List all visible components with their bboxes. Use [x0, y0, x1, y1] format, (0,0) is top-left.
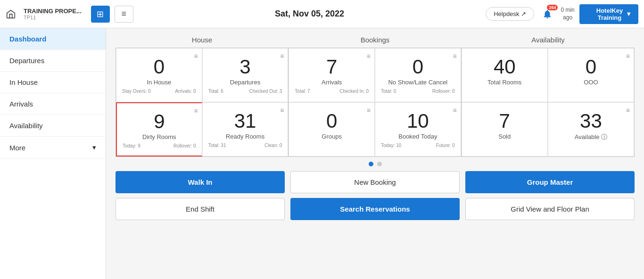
filter-icon[interactable]: ≡	[367, 107, 371, 114]
ready-rooms-sub: Total: 31 Clean: 0	[208, 143, 282, 148]
sidebar: Dashboard Departures In House Arrivals A…	[0, 28, 106, 279]
end-shift-button[interactable]: End Shift	[116, 198, 285, 220]
filter-icon[interactable]: ≡	[194, 107, 198, 115]
no-show-number: 0	[413, 56, 423, 78]
arrivals-label: Arrivals	[322, 79, 342, 86]
external-link-icon: ↗	[521, 10, 526, 17]
hamburger-icon: ≡	[122, 9, 127, 19]
grid-view-button[interactable]: ⊞	[91, 6, 110, 23]
home-icon	[6, 9, 16, 19]
property-name: TRAINING PROPE...	[24, 8, 82, 15]
chevron-down-icon: ▾	[92, 143, 96, 152]
filter-icon[interactable]: ≡	[626, 107, 630, 114]
pagination-dots	[116, 162, 635, 166]
page-dot-1[interactable]	[369, 162, 373, 166]
sidebar-item-departures[interactable]: Departures	[0, 50, 106, 72]
departures-card[interactable]: ≡ 3 Departures Total: 6 Checked Out: 3	[202, 48, 289, 102]
groups-label: Groups	[322, 133, 342, 140]
dashboard-content: House Bookings Availability ≡ 0 In House…	[106, 28, 644, 279]
sold-label: Sold	[498, 133, 511, 140]
availability-group: 40 Total Rooms ≡ 0 OOO 7 Sold ≡ 33	[462, 48, 634, 156]
total-rooms-label: Total Rooms	[487, 79, 521, 86]
filter-icon[interactable]: ≡	[453, 107, 456, 114]
booked-today-number: 10	[407, 110, 429, 132]
no-show-sub: Total: 0 Rollover: 0	[381, 89, 455, 94]
sold-number: 7	[499, 110, 510, 132]
availability-section-header: Availability	[462, 36, 635, 44]
in-house-card[interactable]: ≡ 0 In House Stay Overs: 0 Arrivals: 0	[116, 48, 202, 102]
property-code: TP11	[24, 15, 36, 20]
action-buttons-row1: Walk In New Booking Group Master	[116, 171, 635, 193]
groups-number: 0	[326, 110, 337, 132]
departures-sub: Total: 6 Checked Out: 3	[208, 89, 282, 94]
arrivals-card[interactable]: ≡ 7 Arrivals Total: 7 Checked In: 0	[289, 48, 375, 102]
last-sync-time: 0 minago	[561, 7, 574, 21]
arrivals-sub: Total: 7 Checked In: 0	[295, 89, 369, 94]
walk-in-button[interactable]: Walk In	[116, 171, 285, 193]
helpdesk-label: Helpdesk	[494, 10, 519, 17]
user-profile-button[interactable]: 👤 HotelKeyTraining ▼	[579, 4, 638, 24]
sidebar-item-more[interactable]: More ▾	[0, 137, 106, 159]
ooo-number: 0	[586, 56, 596, 78]
page-dot-2[interactable]	[377, 162, 382, 166]
filter-icon[interactable]: ≡	[453, 52, 456, 60]
ready-rooms-card[interactable]: ≡ 31 Ready Rooms Total: 31 Clean: 0	[202, 102, 289, 156]
sidebar-item-inhouse[interactable]: In House	[0, 72, 106, 93]
dirty-rooms-card[interactable]: ≡ 9 Dirty Rooms Today: 9 Rollover: 0	[116, 102, 202, 156]
sold-card[interactable]: 7 Sold	[462, 102, 548, 156]
grid-icon: ⊞	[97, 9, 104, 19]
booked-today-card[interactable]: ≡ 10 Booked Today Today: 10 Future: 0	[375, 102, 461, 156]
chevron-down-icon: ▼	[626, 10, 632, 17]
departures-label: Departures	[230, 79, 260, 86]
total-rooms-card[interactable]: 40 Total Rooms	[462, 48, 548, 102]
ready-rooms-number: 31	[234, 110, 256, 132]
sidebar-item-availability[interactable]: Availability	[0, 115, 106, 137]
departures-number: 3	[239, 56, 250, 78]
available-label: Available ⓘ	[575, 133, 607, 141]
no-show-card[interactable]: ≡ 0 No Show/Late Cancel Total: 0 Rollove…	[375, 48, 461, 102]
available-number: 33	[580, 110, 602, 132]
total-rooms-number: 40	[494, 56, 516, 78]
user-name: HotelKeyTraining	[596, 7, 623, 21]
grid-view-floor-plan-button[interactable]: Grid View and Floor Plan	[465, 198, 635, 220]
available-card[interactable]: ≡ 33 Available ⓘ	[548, 102, 634, 156]
filter-icon[interactable]: ≡	[280, 107, 284, 114]
group-master-button[interactable]: Group Master	[465, 171, 635, 193]
section-headers: House Bookings Availability	[116, 36, 635, 44]
filter-icon[interactable]: ≡	[194, 52, 198, 60]
dirty-rooms-sub: Today: 9 Rollover: 0	[123, 143, 196, 148]
dirty-rooms-number: 9	[154, 111, 165, 132]
ooo-label: OOO	[584, 79, 598, 86]
user-icon: 👤	[586, 10, 594, 17]
in-house-label: In House	[147, 79, 171, 86]
bookings-group: ≡ 7 Arrivals Total: 7 Checked In: 0 ≡ 0 …	[289, 48, 461, 156]
helpdesk-button[interactable]: Helpdesk ↗	[486, 7, 534, 21]
action-buttons-row2: End Shift Search Reservations Grid View …	[116, 198, 635, 220]
bell-icon	[542, 9, 553, 19]
main-layout: Dashboard Departures In House Arrivals A…	[0, 28, 644, 279]
current-date: Sat, Nov 05, 2022	[138, 9, 481, 19]
sidebar-item-dashboard[interactable]: Dashboard	[0, 28, 106, 50]
notification-badge: 264	[547, 5, 558, 10]
dirty-rooms-label: Dirty Rooms	[142, 133, 176, 140]
groups-card[interactable]: ≡ 0 Groups	[289, 102, 375, 156]
search-reservations-button[interactable]: Search Reservations	[290, 198, 460, 220]
house-group: ≡ 0 In House Stay Overs: 0 Arrivals: 0 ≡…	[116, 48, 289, 156]
ready-rooms-label: Ready Rooms	[226, 133, 264, 140]
notifications-button[interactable]: 264	[539, 6, 556, 23]
no-show-label: No Show/Late Cancel	[388, 79, 447, 86]
ooo-card[interactable]: ≡ 0 OOO	[548, 48, 634, 102]
sidebar-item-arrivals[interactable]: Arrivals	[0, 93, 106, 115]
new-booking-button[interactable]: New Booking	[290, 171, 460, 193]
filter-icon[interactable]: ≡	[280, 52, 284, 60]
menu-button[interactable]: ≡	[115, 6, 133, 23]
booked-today-sub: Today: 10 Future: 0	[381, 143, 455, 148]
filter-icon[interactable]: ≡	[367, 52, 371, 60]
bookings-section-header: Bookings	[289, 36, 462, 44]
more-label: More	[9, 144, 25, 152]
filter-icon[interactable]: ≡	[626, 52, 630, 60]
property-info: TRAINING PROPE... TP11	[24, 8, 82, 20]
in-house-sub: Stay Overs: 0 Arrivals: 0	[122, 89, 196, 94]
cards-container: ≡ 0 In House Stay Overs: 0 Arrivals: 0 ≡…	[116, 48, 635, 157]
header: TRAINING PROPE... TP11 ⊞ ≡ Sat, Nov 05, …	[0, 0, 644, 28]
